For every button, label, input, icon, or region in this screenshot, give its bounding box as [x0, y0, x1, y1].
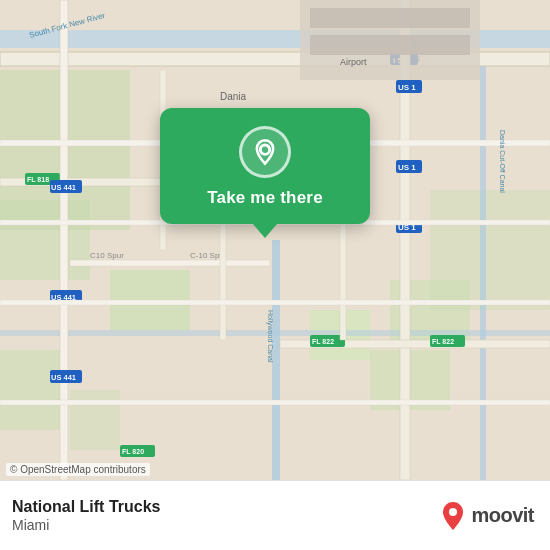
svg-point-61 [260, 145, 269, 154]
svg-rect-45 [310, 8, 470, 28]
moovit-logo: moovit [439, 500, 534, 532]
svg-rect-10 [0, 350, 60, 430]
svg-text:FL 818: FL 818 [27, 176, 49, 183]
svg-rect-56 [0, 400, 550, 405]
map-background: I 595 I 595 US 1 US 1 US 1 FL 818 US 441… [0, 0, 550, 480]
svg-point-62 [449, 508, 457, 516]
popup-card[interactable]: Take me there [160, 108, 370, 224]
svg-text:C10 Spur: C10 Spur [90, 251, 124, 260]
moovit-wordmark: moovit [471, 504, 534, 527]
svg-text:US 1: US 1 [398, 163, 416, 172]
svg-text:Dania: Dania [220, 91, 247, 102]
svg-text:Hollywood Canal: Hollywood Canal [266, 310, 274, 363]
bottom-bar: National Lift Trucks Miami moovit [0, 480, 550, 550]
map-container[interactable]: I 595 I 595 US 1 US 1 US 1 FL 818 US 441… [0, 0, 550, 480]
svg-text:US 441: US 441 [51, 183, 76, 192]
svg-rect-4 [0, 200, 90, 280]
svg-rect-7 [430, 190, 550, 310]
svg-text:Dania Cut-Off Canal: Dania Cut-Off Canal [499, 130, 506, 193]
svg-rect-14 [0, 330, 550, 336]
svg-rect-29 [60, 0, 68, 480]
svg-rect-55 [0, 300, 550, 305]
svg-text:FL 820: FL 820 [122, 448, 144, 455]
map-attribution: © OpenStreetMap contributors [6, 463, 150, 476]
svg-text:FL 822: FL 822 [312, 338, 334, 345]
moovit-pin-icon [439, 500, 467, 532]
svg-rect-11 [70, 390, 120, 450]
business-info: National Lift Trucks Miami [12, 498, 160, 533]
take-me-there-button[interactable]: Take me there [207, 188, 323, 208]
business-name: National Lift Trucks [12, 498, 160, 516]
svg-rect-13 [480, 60, 486, 480]
svg-text:US 1: US 1 [398, 83, 416, 92]
svg-text:Airport: Airport [340, 57, 367, 67]
svg-text:US 441: US 441 [51, 373, 76, 382]
svg-text:FL 822: FL 822 [432, 338, 454, 345]
business-city: Miami [12, 517, 160, 533]
svg-rect-46 [310, 35, 470, 55]
svg-rect-41 [70, 260, 270, 266]
location-pin-icon [239, 126, 291, 178]
